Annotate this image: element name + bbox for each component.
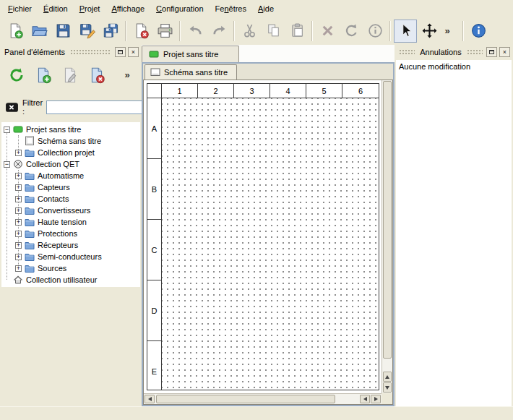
expand-toggle-icon[interactable]: + xyxy=(15,207,22,214)
expand-toggle-icon[interactable]: + xyxy=(15,184,22,191)
float-elements-panel-button[interactable] xyxy=(115,47,126,57)
scroll-up-button[interactable] xyxy=(383,372,392,382)
column-header-1: 1 xyxy=(162,84,198,98)
menu-edition[interactable]: Édition xyxy=(38,1,74,16)
hscroll-thumb[interactable] xyxy=(156,395,335,403)
tab-schema[interactable]: Schéma sans titre xyxy=(145,64,237,80)
tree-item-automatisme[interactable]: +Automatisme xyxy=(1,170,140,181)
horizontal-scrollbar[interactable] xyxy=(144,393,381,404)
close-elements-panel-button[interactable]: × xyxy=(128,47,139,57)
new-element-icon xyxy=(35,67,52,84)
info-button[interactable] xyxy=(363,20,387,43)
tree-item-label: Schéma sans titre xyxy=(38,137,101,145)
tree-item-projet-sans-titre[interactable]: −Projet sans titre xyxy=(1,124,140,135)
undo-history-list[interactable]: Aucune modification xyxy=(396,60,512,406)
tree-item-schema-sans-titre[interactable]: Schéma sans titre xyxy=(1,135,140,147)
undo-panel-titlebar[interactable]: Annulations × xyxy=(396,46,512,59)
save-as-icon xyxy=(79,22,95,39)
tree-item-protections[interactable]: +Protections xyxy=(1,228,140,239)
new-document-button[interactable] xyxy=(4,20,27,43)
tree-item-collection-qet[interactable]: −Collection QET xyxy=(1,158,140,170)
dock-grip xyxy=(70,49,111,55)
tree-item-label: Haute tension xyxy=(38,218,87,226)
menu-fichier[interactable]: Fichier xyxy=(2,1,38,16)
workspace: Projet sans titre Schéma sans titre 1234… xyxy=(142,45,395,406)
delete-button[interactable] xyxy=(316,20,339,43)
scroll-down-button[interactable] xyxy=(383,382,392,393)
menu-fenetres[interactable]: Fenêtres xyxy=(210,1,252,16)
project-icon xyxy=(13,124,23,134)
toolbar-separator xyxy=(233,21,235,41)
status-bar xyxy=(0,406,513,420)
undo-button[interactable] xyxy=(184,20,207,43)
tree-item-semi-conducteurs[interactable]: +Semi-conducteurs xyxy=(1,251,140,262)
elements-panel-title: Panel d'éléments xyxy=(3,48,66,56)
arrow-left-icon xyxy=(363,397,367,401)
toolbar-separator xyxy=(462,21,464,41)
tree-item-recepteurs[interactable]: +Récepteurs xyxy=(1,239,140,251)
save-button[interactable] xyxy=(51,20,74,43)
scroll-left-button-2[interactable] xyxy=(360,395,370,403)
menu-configuration[interactable]: Configuration xyxy=(150,1,209,16)
reload-collections-button[interactable] xyxy=(6,64,27,86)
collapse-toggle-icon[interactable]: − xyxy=(4,127,10,133)
move-mode-button[interactable] xyxy=(418,20,441,43)
expand-toggle-icon[interactable]: + xyxy=(15,219,22,226)
menu-projet[interactable]: Projet xyxy=(74,1,106,16)
rotate-button[interactable] xyxy=(340,20,363,43)
redo-button[interactable] xyxy=(207,20,230,43)
expand-toggle-icon[interactable]: + xyxy=(15,265,22,272)
float-window-icon xyxy=(118,50,123,54)
tree-item-convertisseurs[interactable]: +Convertisseurs xyxy=(1,205,140,216)
tree-item-collection-projet[interactable]: +Collection projet xyxy=(1,147,140,158)
cut-button[interactable] xyxy=(238,20,261,43)
tree-item-contacts[interactable]: +Contacts xyxy=(1,193,140,205)
save-as-button[interactable] xyxy=(75,20,98,43)
paste-button[interactable] xyxy=(285,20,309,43)
delete-element-button[interactable] xyxy=(86,64,108,86)
expand-toggle-icon[interactable]: + xyxy=(15,150,22,156)
filter-input[interactable] xyxy=(46,100,155,114)
vertical-scrollbar[interactable] xyxy=(381,80,392,393)
expand-toggle-icon[interactable]: + xyxy=(15,231,22,237)
save-all-button[interactable] xyxy=(99,20,122,43)
close-icon: × xyxy=(132,49,135,56)
close-document-button[interactable] xyxy=(129,20,152,43)
toolbar-overflow-button[interactable]: » xyxy=(441,20,453,42)
tree-item-sources[interactable]: +Sources xyxy=(1,262,140,274)
expand-toggle-icon[interactable]: + xyxy=(15,173,22,179)
open-document-icon xyxy=(31,22,48,39)
tree-item-capteurs[interactable]: +Capteurs xyxy=(1,181,140,193)
expand-toggle-icon[interactable]: + xyxy=(15,196,22,202)
folder-icon xyxy=(25,147,35,158)
menu-affichage[interactable]: Affichage xyxy=(105,1,150,16)
close-icon: × xyxy=(503,49,506,56)
select-mode-button[interactable] xyxy=(394,20,417,43)
expand-toggle-icon[interactable]: + xyxy=(15,242,22,249)
clear-filter-icon[interactable] xyxy=(5,100,19,114)
menu-aide[interactable]: Aide xyxy=(252,1,280,16)
edit-element-button[interactable] xyxy=(59,64,81,86)
float-undo-panel-button[interactable] xyxy=(486,47,497,57)
about-button[interactable] xyxy=(467,20,490,43)
collapse-toggle-icon[interactable]: − xyxy=(4,161,10,168)
tree-item-collection-utilisateur[interactable]: Collection utilisateur xyxy=(1,274,140,286)
print-button[interactable] xyxy=(153,20,176,43)
select-arrow-icon xyxy=(397,22,414,39)
scroll-right-button[interactable] xyxy=(371,395,381,403)
tab-project[interactable]: Projet sans titre xyxy=(142,46,239,62)
scroll-left-button[interactable] xyxy=(145,395,155,403)
schema-grid-canvas[interactable] xyxy=(162,98,379,390)
expand-toggle-icon[interactable]: + xyxy=(15,254,22,260)
folder-icon xyxy=(25,228,35,239)
new-element-button[interactable] xyxy=(33,64,54,86)
close-undo-panel-button[interactable]: × xyxy=(499,47,510,57)
copy-button[interactable] xyxy=(262,20,285,43)
open-document-button[interactable] xyxy=(27,20,51,43)
rotate-icon xyxy=(343,22,360,39)
vscroll-thumb[interactable] xyxy=(383,81,392,359)
tree-item-haute-tension[interactable]: +Haute tension xyxy=(1,216,140,228)
close-document-icon xyxy=(133,22,150,39)
elements-toolbar-overflow-button[interactable]: » xyxy=(121,64,133,86)
elements-panel-titlebar[interactable]: Panel d'éléments × xyxy=(1,46,140,59)
